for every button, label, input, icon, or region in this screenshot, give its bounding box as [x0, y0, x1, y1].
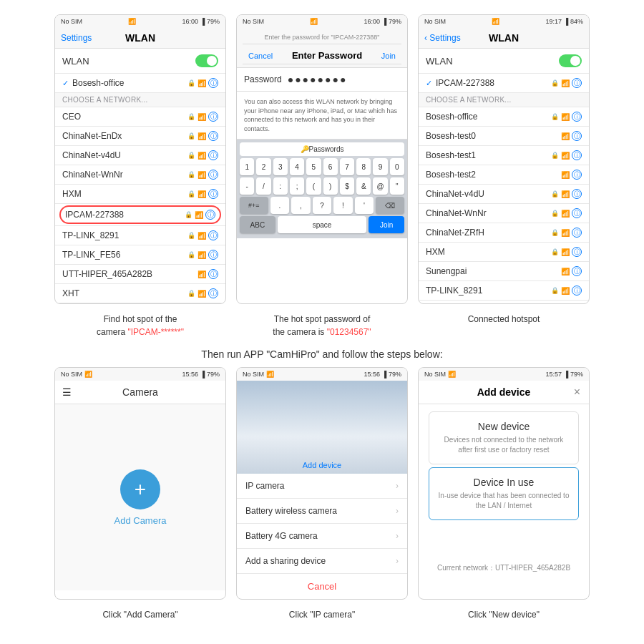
- kb-row-3: #+= . , ? ! ' ⌫: [240, 197, 404, 214]
- connected-network-row-1: ✓ Bosesh-office 🔒 📶 ⓘ: [55, 74, 225, 93]
- section-label-1: CHOOSE A NETWORK...: [55, 93, 225, 107]
- close-btn[interactable]: ×: [574, 386, 580, 399]
- pwd-join-btn[interactable]: Join: [381, 52, 396, 60]
- add-camera-label[interactable]: Add Camera: [114, 515, 167, 526]
- time-2: 16:00: [364, 18, 381, 25]
- network-row-tpfe56[interactable]: TP-LINK_FE56 🔒📶ⓘ: [55, 245, 225, 265]
- kb-colon[interactable]: :: [273, 177, 288, 195]
- wlan-screen-3: No SIM 📶 19:17 ▐ 84% ‹ Settings WLAN WLA…: [418, 14, 590, 304]
- status-bar-1: No SIM 📶 16:00 ▐ 79%: [55, 15, 225, 28]
- kb-exclaim[interactable]: !: [333, 197, 353, 214]
- wifi-ceo: 📶: [197, 113, 206, 121]
- kb-6[interactable]: 6: [323, 158, 338, 175]
- kb-dollar[interactable]: $: [340, 177, 354, 195]
- wifi-icon-1: 📶: [197, 79, 206, 87]
- kb-period[interactable]: .: [270, 197, 290, 214]
- kb-lparen[interactable]: (: [306, 177, 321, 195]
- network-row-tp8291[interactable]: TP-LINK_8291 🔒📶ⓘ: [55, 226, 225, 245]
- kb-1[interactable]: 1: [240, 158, 254, 175]
- kb-quote[interactable]: ": [390, 177, 404, 195]
- top-row: No SIM 📶 16:00 ▐ 79% Settings WLAN WLAN …: [14, 14, 630, 304]
- kb-9[interactable]: 9: [373, 158, 387, 175]
- info-ceo[interactable]: ⓘ: [208, 112, 218, 122]
- kb-question[interactable]: ?: [313, 197, 332, 214]
- pwd-cancel-btn[interactable]: Cancel: [248, 52, 273, 60]
- battery-4g-item[interactable]: Battery 4G camera ›: [237, 524, 407, 549]
- kb-rparen[interactable]: ): [323, 177, 338, 195]
- caption-4: Click "Add Camera": [54, 604, 226, 621]
- back-btn-1[interactable]: Settings: [61, 33, 92, 43]
- kb-0[interactable]: 0: [390, 158, 404, 175]
- battery-wireless-item[interactable]: Battery wireless camera ›: [237, 499, 407, 524]
- network-row-xht[interactable]: XHT 🔒📶ⓘ: [55, 284, 225, 303]
- menu-icon[interactable]: ☰: [62, 386, 72, 398]
- net-bosesh-test0[interactable]: Bosesh-test0📶ⓘ: [419, 127, 589, 146]
- net-tp8291-3[interactable]: TP-LINK_8291🔒📶ⓘ: [419, 281, 589, 301]
- network-name-chinawnr: ChinaNet-WnNr: [62, 170, 187, 180]
- network-row-chinaenx[interactable]: ChinaNet-EnDx 🔒📶ⓘ: [55, 127, 225, 146]
- kb-7[interactable]: 7: [340, 158, 354, 175]
- cancel-btn-list[interactable]: Cancel: [237, 574, 407, 599]
- wlan-toggle-3[interactable]: [559, 54, 582, 67]
- connected-network-row-3: ✓ IPCAM-227388 🔒 📶 ⓘ: [419, 74, 589, 93]
- kb-delete[interactable]: ⌫: [376, 197, 404, 214]
- kb-row-2: - / : ; ( ) $ & @ ": [240, 177, 404, 195]
- network-row-utt[interactable]: UTT-HIPER_465A282B 📶ⓘ: [55, 265, 225, 284]
- wlan-toggle-1[interactable]: [195, 54, 218, 67]
- net-china-v4du-3[interactable]: ChinaNet-v4dU🔒📶ⓘ: [419, 185, 589, 204]
- status-bar-6: No SIM 📶 15:57 ▐ 79%: [419, 368, 589, 381]
- sharing-device-item[interactable]: Add a sharing device ›: [237, 549, 407, 574]
- kb-amp[interactable]: &: [356, 177, 371, 195]
- net-bosesh-office[interactable]: Bosesh-office🔒📶ⓘ: [419, 107, 589, 127]
- network-row-ipcam[interactable]: IPCAM-227388 🔒📶ⓘ: [55, 204, 225, 226]
- kb-2[interactable]: 2: [256, 158, 270, 175]
- net-bosesh-test1[interactable]: Bosesh-test1🔒📶ⓘ: [419, 146, 589, 165]
- device-in-use-option[interactable]: Device In use In-use device that has bee…: [429, 467, 579, 520]
- kb-row-1: 1 2 3 4 5 6 7 8 9 0: [240, 158, 404, 175]
- wlan-label-1: WLAN: [62, 56, 195, 67]
- kb-5[interactable]: 5: [306, 158, 321, 175]
- caption-4-text: Click "Add Camera": [54, 608, 226, 621]
- network-row-chinawnr[interactable]: ChinaNet-WnNr 🔒📶ⓘ: [55, 165, 225, 185]
- network-name-ceo: CEO: [62, 112, 187, 122]
- net-sunengpai[interactable]: Sunengpai📶ⓘ: [419, 262, 589, 281]
- wifi-s2: 📶: [310, 18, 318, 25]
- kb-slash[interactable]: /: [256, 177, 270, 195]
- net-china-wnnr-3[interactable]: ChinaNet-WnNr🔒📶ⓘ: [419, 204, 589, 223]
- network-name-ipcam: IPCAM-227388: [65, 210, 185, 220]
- kb-3[interactable]: 3: [273, 158, 288, 175]
- network-row-ceo[interactable]: CEO 🔒📶ⓘ: [55, 107, 225, 127]
- kb-4[interactable]: 4: [290, 158, 304, 175]
- net-china-zrfh[interactable]: ChinaNet-ZRfH🔒📶ⓘ: [419, 223, 589, 243]
- pwd-header: Enter the password for "IPCAM-227388" Ca…: [237, 28, 407, 68]
- passwords-btn[interactable]: 🔑 Passwords: [240, 142, 404, 156]
- kb-dash[interactable]: -: [240, 177, 254, 195]
- info-icon-1[interactable]: ⓘ: [208, 78, 218, 88]
- kb-8[interactable]: 8: [356, 158, 371, 175]
- pwd-title: Enter Password: [292, 50, 362, 61]
- kb-apos[interactable]: ': [355, 197, 374, 214]
- kb-abc[interactable]: ABC: [240, 216, 275, 233]
- network-row-chinav4du[interactable]: ChinaNet-v4dU 🔒📶ⓘ: [55, 146, 225, 165]
- time-3: 19:17: [546, 18, 562, 25]
- back-btn-3[interactable]: ‹ Settings: [424, 33, 461, 43]
- net-hxm-3[interactable]: HXM🔒📶ⓘ: [419, 243, 589, 262]
- net-bosesh-test2[interactable]: Bosesh-test2📶ⓘ: [419, 165, 589, 185]
- kb-at[interactable]: @: [373, 177, 387, 195]
- network-row-hxm[interactable]: HXM 🔒📶ⓘ: [55, 185, 225, 204]
- kb-comma[interactable]: ,: [291, 197, 311, 214]
- time-1: 16:00: [182, 18, 199, 25]
- kb-semi[interactable]: ;: [290, 177, 304, 195]
- pwd-input[interactable]: ●●●●●●●●: [288, 74, 348, 85]
- kb-space[interactable]: space: [278, 216, 366, 233]
- kb-hash[interactable]: #+=: [240, 197, 268, 214]
- kb-join[interactable]: Join: [369, 216, 404, 233]
- ip-camera-item[interactable]: IP camera ›: [237, 474, 407, 499]
- password-screen: No SIM 📶 16:00 ▐ 79% Enter the password …: [236, 14, 408, 304]
- wlan-toggle-row-1: WLAN: [55, 49, 225, 74]
- new-device-option[interactable]: New device Devices not connected to the …: [429, 411, 579, 464]
- network-name-utt: UTT-HIPER_465A282B: [62, 269, 197, 279]
- carrier-3: No SIM: [424, 18, 446, 25]
- add-camera-btn[interactable]: +: [120, 469, 160, 509]
- new-device-desc: Devices not connected to the network aft…: [438, 435, 570, 455]
